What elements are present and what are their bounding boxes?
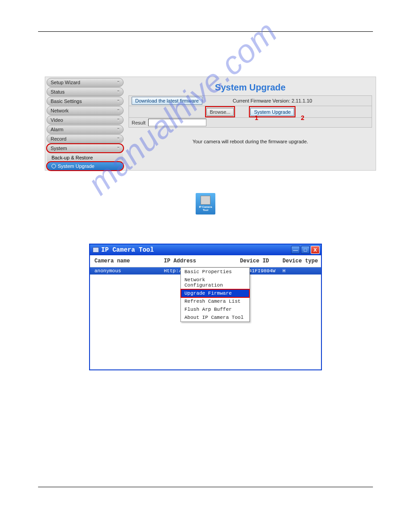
col-header-device-id: Device ID	[240, 258, 283, 264]
ctx-upgrade-firmware[interactable]: Upgrade Firmware	[181, 289, 249, 297]
window-title: IP Camera Tool	[101, 246, 154, 253]
col-header-camera-name: Camera name	[94, 258, 164, 264]
chevron-down-icon: ▾	[117, 137, 120, 141]
ctx-flush-arp-buffer[interactable]: Flush Arp Buffer	[181, 305, 249, 313]
bottom-rule	[38, 487, 373, 487]
sidebar-item-record[interactable]: Record▾	[47, 134, 124, 143]
sidebar-label: System	[51, 146, 67, 151]
firmware-version-label: Current Firmware Version: 2.11.1.10	[233, 98, 312, 103]
col-header-device-type: Device type	[283, 258, 321, 264]
sidebar-item-system[interactable]: System▾	[47, 144, 124, 153]
close-button[interactable]: X	[311, 246, 320, 254]
chevron-down-icon: ▾	[117, 127, 120, 132]
sidebar-item-video[interactable]: Video▾	[47, 116, 124, 124]
result-field[interactable]	[148, 119, 206, 126]
result-row: Result	[128, 118, 372, 128]
callout-2: 2	[301, 114, 304, 121]
col-header-ip-address: IP Address	[164, 258, 240, 264]
chevron-down-icon: ▾	[117, 90, 120, 94]
result-label: Result	[132, 120, 146, 125]
window-titlebar[interactable]: IP Camera Tool — □ X	[90, 245, 321, 255]
camera-list[interactable]: anonymous Http://1 10841FI9804W H Basic …	[90, 267, 321, 369]
ctx-about[interactable]: About IP Camera Tool	[181, 313, 249, 322]
sidebar-item-status[interactable]: Status▾	[47, 87, 124, 96]
chevron-down-icon: ▾	[117, 118, 120, 122]
chevron-down-icon: ▾	[117, 146, 120, 150]
camera-web-ui-screenshot: Setup Wizard▾ Status▾ Basic Settings▾ Ne…	[45, 77, 376, 171]
firmware-row: Download the latest firmware Current Fir…	[128, 95, 372, 106]
sidebar-label: Video	[51, 117, 63, 123]
sidebar-label: Alarm	[51, 127, 64, 132]
sidebar-label: Basic Settings	[51, 99, 82, 104]
sidebar-subitem-backup-restore[interactable]: Back-up & Restore	[47, 153, 123, 162]
sidebar-item-alarm[interactable]: Alarm▾	[47, 125, 124, 134]
chevron-down-icon: ▾	[117, 99, 120, 103]
sidebar-item-network[interactable]: Network▾	[47, 106, 124, 115]
cell-camera-name: anonymous	[94, 268, 164, 274]
camera-tool-icon	[201, 196, 210, 205]
context-menu: Basic Properties Network Configuration U…	[180, 267, 250, 322]
icon-label: IP CameraTool	[199, 206, 212, 212]
ctx-basic-properties[interactable]: Basic Properties	[181, 268, 249, 276]
ctx-network-configuration[interactable]: Network Configuration	[181, 276, 249, 289]
browse-button[interactable]: Browse...	[206, 108, 234, 116]
sidebar-label: Network	[51, 108, 68, 113]
callout-1: 1	[255, 114, 258, 121]
sidebar-subitem-system-upgrade[interactable]: System Upgrade	[47, 162, 123, 170]
reboot-note: Your camera will reboot during the firmw…	[128, 139, 372, 144]
window-icon	[93, 247, 99, 253]
sidebar: Setup Wizard▾ Status▾ Basic Settings▾ Ne…	[45, 77, 125, 170]
chevron-down-icon: ▾	[117, 108, 120, 113]
ctx-refresh-camera-list[interactable]: Refresh Camera List	[181, 297, 249, 305]
sidebar-subitem-label: System Upgrade	[58, 163, 94, 169]
ip-camera-tool-desktop-icon[interactable]: IP CameraTool	[196, 193, 215, 215]
ip-camera-tool-window: IP Camera Tool — □ X Camera name IP Addr…	[89, 244, 322, 370]
maximize-button[interactable]: □	[301, 246, 310, 254]
chevron-down-icon: ▾	[117, 80, 120, 85]
download-firmware-button[interactable]: Download the latest firmware	[132, 97, 202, 105]
minimize-button[interactable]: —	[291, 246, 300, 254]
main-panel: System Upgrade Download the latest firmw…	[125, 77, 376, 170]
sidebar-label: Status	[51, 89, 64, 94]
list-header: Camera name IP Address Device ID Device …	[90, 255, 321, 267]
top-rule	[38, 31, 373, 32]
sidebar-item-setup-wizard[interactable]: Setup Wizard▾	[47, 78, 124, 87]
sidebar-item-basic-settings[interactable]: Basic Settings▾	[47, 97, 124, 106]
sidebar-label: Setup Wizard	[51, 80, 80, 85]
page-title: System Upgrade	[128, 82, 372, 93]
browse-highlight: Browse...	[206, 107, 235, 116]
upload-row: Browse... System Upgrade	[128, 106, 372, 118]
cell-device-type: H	[283, 268, 321, 274]
sidebar-label: Record	[51, 136, 66, 142]
